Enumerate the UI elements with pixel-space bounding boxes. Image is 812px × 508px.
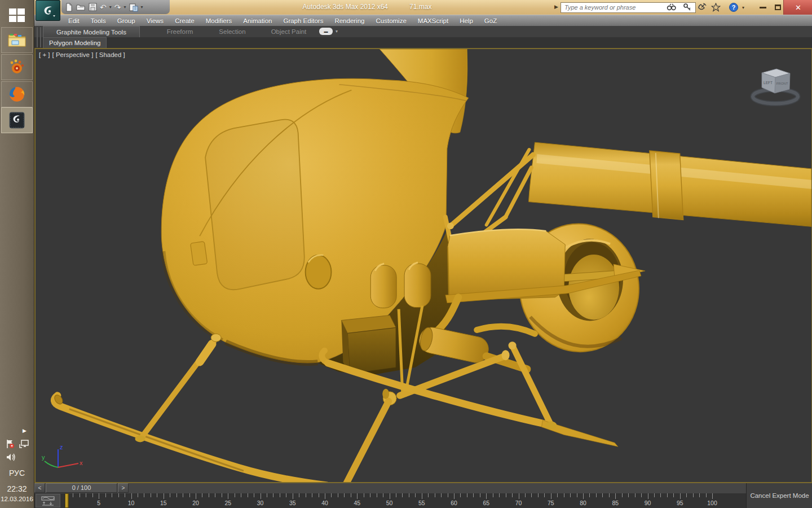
undo-icon[interactable]: ↶: [100, 3, 107, 11]
mini-curve-editor-button[interactable]: [36, 494, 60, 507]
taskbar-item-3dsmax[interactable]: [1, 107, 33, 133]
helicopter-model[interactable]: [36, 49, 811, 482]
ruler-frame-number: 45: [354, 500, 360, 506]
ribbon-tab-selection[interactable]: Selection: [206, 26, 258, 37]
ribbon-tab-freeform[interactable]: Freeform: [154, 26, 206, 37]
ruler-tick: [299, 493, 299, 497]
save-icon[interactable]: [89, 3, 97, 11]
previous-frame-button[interactable]: <: [34, 483, 45, 493]
menu-bar: EditToolsGroupViewsCreateModifiersAnimat…: [34, 15, 812, 26]
communication-center-icon[interactable]: [695, 2, 709, 12]
menu-item-maxscript[interactable]: MAXScript: [412, 17, 454, 24]
action-center-flag-icon[interactable]: [5, 439, 15, 449]
project-folder-icon[interactable]: [129, 3, 138, 12]
start-button[interactable]: [1, 2, 33, 28]
ruler-tick: [448, 493, 448, 497]
menu-item-group[interactable]: Group: [112, 17, 141, 24]
ruler-tick: [673, 493, 674, 497]
menu-item-rendering[interactable]: Rendering: [329, 17, 370, 24]
ruler-frame-number: 5: [97, 500, 100, 506]
key-icon[interactable]: [681, 2, 694, 12]
viewport-menu-shading[interactable]: [ Shaded ]: [95, 51, 125, 58]
redo-icon[interactable]: ↷: [114, 3, 121, 11]
ruler-tick: [312, 493, 312, 497]
ribbon-toggle-caret-icon[interactable]: ▾: [336, 29, 338, 34]
ruler-tick: [396, 493, 396, 497]
menu-item-modifiers[interactable]: Modifiers: [200, 17, 238, 24]
ruler-tick: [364, 493, 364, 497]
ruler-tick: [383, 493, 383, 497]
menu-item-customize[interactable]: Customize: [370, 17, 412, 24]
search-expand-icon[interactable]: ▶: [554, 4, 558, 10]
viewport-menu-general[interactable]: [ + ]: [39, 51, 50, 58]
new-file-icon[interactable]: [65, 3, 73, 12]
menu-item-create[interactable]: Create: [169, 17, 200, 24]
menu-item-tools[interactable]: Tools: [85, 17, 112, 24]
minimize-button[interactable]: [756, 0, 770, 15]
menu-item-edit[interactable]: Edit: [63, 17, 85, 24]
tail-boom[interactable]: [528, 142, 811, 226]
ruler-tick: [105, 493, 106, 497]
ruler-frame-number: 20: [192, 500, 199, 506]
menu-item-views[interactable]: Views: [141, 17, 169, 24]
ruler-tick: [370, 493, 370, 497]
menu-item-animation[interactable]: Animation: [237, 17, 277, 24]
viewcube-left-label: LEFT: [764, 81, 773, 85]
ribbon-tab-object-paint[interactable]: Object Paint: [259, 26, 319, 37]
volume-icon[interactable]: [6, 453, 17, 462]
ruler-tick: [693, 493, 694, 497]
help-icon[interactable]: ?: [727, 2, 740, 12]
ruler-tick: [551, 493, 551, 499]
perspective-viewport[interactable]: [ + ][ Perspective ][ Shaded ]: [34, 48, 812, 483]
current-frame-marker[interactable]: [65, 493, 69, 508]
menu-item-goz[interactable]: GoZ: [479, 17, 502, 24]
ruler-tick: [267, 493, 267, 497]
ruler-tick: [170, 493, 170, 497]
search-icon[interactable]: [665, 2, 678, 12]
taskbar-item-explorer[interactable]: [1, 27, 33, 53]
application-menu-button[interactable]: [36, 0, 60, 21]
ruler-tick: [319, 493, 319, 497]
qat-customize-caret-icon[interactable]: ▾: [141, 5, 143, 10]
ruler-frame-number: 35: [289, 500, 296, 506]
ruler-tick: [144, 493, 144, 497]
language-indicator[interactable]: РУС: [0, 468, 34, 478]
next-frame-button[interactable]: >: [118, 483, 129, 493]
axis-y-label: y: [42, 454, 45, 461]
clock-time[interactable]: 22:32: [0, 484, 34, 493]
time-slider-handle[interactable]: 0 / 100: [46, 483, 117, 493]
ribbon-minimize-toggle[interactable]: ▬: [319, 28, 333, 35]
clock-date[interactable]: 12.03.2016: [0, 496, 34, 502]
ruler-tick: [80, 493, 80, 497]
taskbar-item-firefox[interactable]: [1, 81, 33, 107]
curve-editor-icon: [41, 496, 55, 506]
ribbon-tab-graphite-modeling-tools[interactable]: Graphite Modeling Tools: [43, 26, 140, 37]
time-slider-bar: < 0 / 100 >: [34, 483, 812, 493]
favorites-star-icon[interactable]: [709, 2, 722, 12]
ruler-tick: [357, 493, 358, 499]
ruler-tick: [531, 493, 532, 497]
track-bar[interactable]: 0510152025303540455055606570758085909510…: [34, 493, 812, 508]
ribbon-grip-handle[interactable]: [37, 27, 41, 47]
restore-button[interactable]: [771, 0, 784, 15]
menu-item-help[interactable]: Help: [454, 17, 479, 24]
viewcube[interactable]: LEFT FRONT: [747, 64, 804, 109]
ruler-frame-number: 25: [224, 500, 231, 506]
restore-icon: [775, 5, 781, 10]
help-caret-icon[interactable]: ▾: [740, 2, 746, 12]
tray-expand-icon[interactable]: ▶: [23, 428, 27, 433]
minimize-icon: [760, 7, 766, 8]
cancel-expert-mode-button[interactable]: Cancel Expert Mode: [746, 483, 812, 508]
tab-polygon-modeling[interactable]: Polygon Modeling: [43, 37, 107, 48]
network-icon[interactable]: [19, 439, 29, 449]
menu-item-graph-editors[interactable]: Graph Editors: [277, 17, 329, 24]
open-file-icon[interactable]: [76, 3, 86, 11]
taskbar-item-xnview[interactable]: [1, 54, 33, 80]
ruler-tick: [131, 493, 132, 499]
close-button[interactable]: ✕: [783, 0, 812, 15]
ruler-tick: [712, 493, 713, 499]
ruler-tick: [654, 493, 655, 497]
redo-caret-icon[interactable]: ▾: [123, 5, 126, 10]
viewport-menu-pov[interactable]: [ Perspective ]: [52, 51, 94, 58]
undo-caret-icon[interactable]: ▾: [109, 5, 112, 10]
